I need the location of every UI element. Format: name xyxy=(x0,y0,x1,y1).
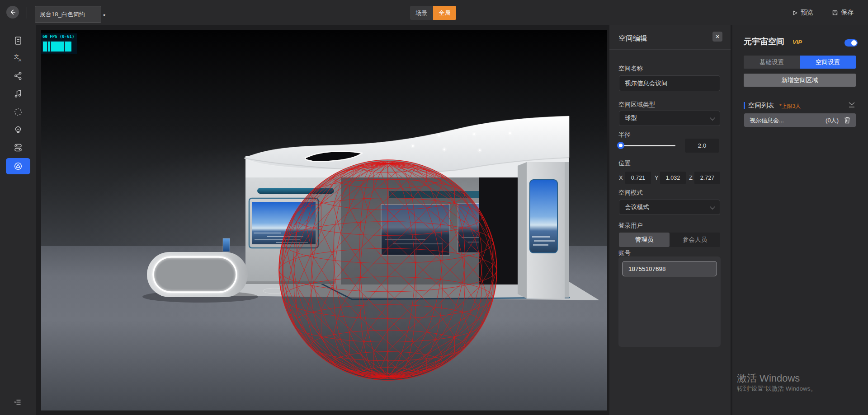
axis-x-label: X xyxy=(619,174,623,181)
tab-basic-settings[interactable]: 基础设置 xyxy=(744,56,800,69)
toggle-knob xyxy=(851,40,857,46)
sidebar-item-outline[interactable] xyxy=(13,397,24,408)
login-user-label: 登录用户 xyxy=(618,222,643,230)
axis-z-label: Z xyxy=(689,174,693,181)
sidebar-item-space-active[interactable] xyxy=(6,158,30,174)
space-active-icon xyxy=(13,161,23,171)
layers-icon xyxy=(13,142,24,153)
translate-icon: 文 A xyxy=(13,52,24,63)
space-list-item[interactable]: 视尔信息会... (0人) xyxy=(744,113,856,127)
login-user-tabs: 管理员 参会人员 xyxy=(619,233,720,247)
space-list-limit: *上限3人 xyxy=(779,103,801,110)
chevron-down-icon xyxy=(710,204,715,209)
viewport-3d-scene xyxy=(41,30,607,410)
radius-slider-track[interactable] xyxy=(620,145,675,146)
chevron-down-icon xyxy=(710,115,715,120)
tab-space-settings[interactable]: 空间设置 xyxy=(800,56,856,69)
top-toolbar: * 场景 全局 预览 保存 xyxy=(0,0,868,25)
section-marker xyxy=(744,102,745,109)
space-mode-label: 空间模式 xyxy=(618,189,643,197)
sidebar-item-layers[interactable] xyxy=(13,142,24,153)
fps-stats-widget[interactable]: 60 FPS (0-61) xyxy=(41,33,77,54)
scene-global-switch: 场景 全局 xyxy=(410,6,456,20)
fps-graph xyxy=(42,41,71,52)
save-button[interactable]: 保存 xyxy=(832,8,854,18)
music-icon xyxy=(13,88,24,99)
space-type-label: 空间区域类型 xyxy=(618,101,655,109)
vip-badge: VIP xyxy=(793,39,802,46)
sidebar-item-share[interactable] xyxy=(13,70,24,81)
space-type-value: 球型 xyxy=(625,114,637,122)
panel-title: 元宇宙空间 xyxy=(744,36,784,47)
tab-global[interactable]: 全局 xyxy=(433,6,456,20)
windows-activation-title: 激活 Windows xyxy=(737,372,800,385)
settings-tabs: 基础设置 空间设置 xyxy=(744,56,856,69)
metaverse-toggle[interactable] xyxy=(844,39,858,47)
preview-button[interactable]: 预览 xyxy=(792,8,813,18)
space-mode-value: 会议模式 xyxy=(625,203,649,211)
sidebar-item-loading[interactable] xyxy=(13,107,24,117)
space-type-select[interactable]: 球型 xyxy=(619,111,720,126)
radius-slider-knob[interactable] xyxy=(617,142,624,149)
viewport-3d[interactable]: 60 FPS (0-61) xyxy=(41,30,607,410)
position-x-input[interactable]: 0.721 xyxy=(625,172,651,184)
collapse-button[interactable] xyxy=(848,101,856,108)
loading-icon xyxy=(13,107,24,117)
document-icon xyxy=(13,35,24,46)
space-mode-select[interactable]: 会议模式 xyxy=(619,200,720,215)
right-wing-edge xyxy=(565,162,569,298)
back-button[interactable] xyxy=(6,6,19,19)
metaverse-space-panel: 元宇宙空间 VIP 基础设置 空间设置 新增空间区域 空间列表 *上限3人 视尔… xyxy=(732,25,868,415)
tab-scene[interactable]: 场景 xyxy=(410,6,433,20)
space-item-count: (0人) xyxy=(826,117,839,125)
left-toolbar: 文 A xyxy=(0,25,36,415)
position-label: 位置 xyxy=(618,159,631,168)
sidebar-item-document[interactable] xyxy=(13,35,24,46)
save-label: 保存 xyxy=(841,9,854,17)
sidebar-item-translate[interactable]: 文 A xyxy=(13,52,24,63)
share-icon xyxy=(13,70,24,81)
position-y-input[interactable]: 1.032 xyxy=(660,172,686,184)
sidebar-item-music[interactable] xyxy=(13,88,24,99)
tab-participants[interactable]: 参会人员 xyxy=(670,233,720,247)
radius-value-box[interactable]: 2.0 xyxy=(685,139,719,153)
blue-standee xyxy=(223,238,230,252)
panel-divider xyxy=(609,49,731,50)
axis-y-label: Y xyxy=(655,174,659,181)
space-region-sphere xyxy=(279,160,497,380)
unsaved-marker: * xyxy=(103,13,105,19)
arrow-left-icon xyxy=(9,9,16,16)
toolbar-divider xyxy=(27,7,27,19)
radius-label: 半径 xyxy=(618,131,631,139)
sidebar-item-bulb[interactable] xyxy=(13,125,24,135)
delete-space-button[interactable] xyxy=(844,117,850,124)
account-value-chip[interactable]: 18755107698 xyxy=(622,261,717,276)
right-wing-side xyxy=(518,162,527,298)
preview-label: 预览 xyxy=(801,9,813,17)
fps-label: 60 FPS (0-61) xyxy=(41,33,77,39)
position-z-input[interactable]: 2.727 xyxy=(694,172,720,184)
panel-title: 空间编辑 xyxy=(618,34,647,43)
outline-list-icon xyxy=(13,397,24,408)
scene-title-input[interactable] xyxy=(35,6,101,23)
play-icon xyxy=(792,10,798,16)
trash-icon xyxy=(844,117,850,124)
close-icon: × xyxy=(716,33,719,40)
windows-activation-subtitle: 转到"设置"以激活 Windows。 xyxy=(737,385,816,393)
svg-text:A: A xyxy=(19,58,21,62)
right-wing-screen xyxy=(530,180,557,253)
space-name-label: 空间名称 xyxy=(618,65,643,73)
close-button[interactable]: × xyxy=(712,32,722,42)
reception-desk xyxy=(142,252,258,303)
collapse-icon xyxy=(848,101,856,108)
space-item-name: 视尔信息会... xyxy=(750,117,784,125)
save-floppy-icon xyxy=(832,9,838,16)
add-space-region-button[interactable]: 新增空间区域 xyxy=(744,74,856,87)
tab-admin[interactable]: 管理员 xyxy=(619,233,670,247)
bulb-icon xyxy=(13,125,24,135)
space-name-input[interactable] xyxy=(619,75,720,91)
space-list-header: 空间列表 xyxy=(748,101,774,110)
space-edit-panel: 空间编辑 × 空间名称 空间区域类型 球型 半径 2.0 位置 X 0.721 … xyxy=(609,25,731,415)
